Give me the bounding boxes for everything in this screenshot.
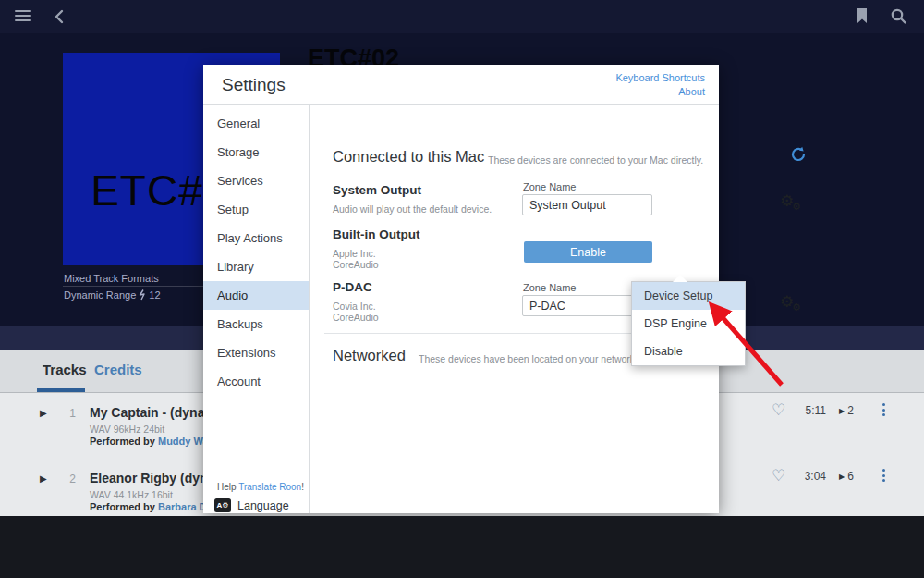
device-name-pdac: P-DAC — [333, 280, 372, 294]
menu-item-dsp-engine[interactable]: DSP Engine — [632, 310, 745, 338]
translate-help-text: Help Translate Roon! — [217, 482, 304, 492]
sidebar-item-services[interactable]: Services — [203, 166, 309, 195]
track-number: 1 — [61, 407, 76, 420]
device-settings-gear-icon[interactable]: ⚙⚙ — [780, 294, 804, 318]
play-count: ▶2 — [839, 404, 854, 417]
sidebar-item-storage[interactable]: Storage — [203, 138, 309, 166]
hamburger-menu-icon[interactable] — [15, 10, 31, 23]
sidebar-item-setup[interactable]: Setup — [203, 195, 309, 224]
track-format: WAV 96kHz 24bit — [90, 424, 164, 435]
device-driver-pdac: CoreAudio — [333, 312, 379, 323]
kebab-menu-icon[interactable] — [881, 467, 887, 484]
device-desc-system-output: Audio will play out the default device. — [333, 203, 492, 215]
about-link[interactable]: About — [615, 85, 705, 99]
device-driver-builtin: CoreAudio — [333, 259, 379, 270]
section-subtitle-networked: These devices have been located on your … — [419, 353, 638, 364]
tab-active-underline — [37, 388, 85, 392]
refresh-icon[interactable] — [789, 145, 808, 167]
sidebar-item-library[interactable]: Library — [203, 252, 309, 281]
sidebar-item-general[interactable]: General — [203, 109, 309, 138]
play-count: ▶6 — [839, 470, 854, 483]
language-icon: A⚙ — [214, 498, 231, 512]
play-count-value: 6 — [847, 470, 854, 483]
top-bar — [0, 0, 924, 33]
heart-icon[interactable]: ♡ — [772, 402, 785, 418]
track-duration: 3:04 — [795, 470, 826, 483]
sidebar-item-audio[interactable]: Audio — [203, 281, 309, 310]
zone-name-label: Zone Name — [523, 282, 576, 293]
context-menu-caret — [673, 275, 687, 282]
sidebar-item-extensions[interactable]: Extensions — [203, 338, 309, 367]
zone-name-input[interactable] — [522, 194, 652, 215]
track-duration: 5:11 — [795, 404, 826, 417]
tab-credits[interactable]: Credits — [94, 362, 142, 377]
settings-sidebar: General Storage Services Setup Play Acti… — [203, 105, 310, 513]
dynamic-range-label: Dynamic Range — [64, 289, 136, 301]
tab-tracks[interactable]: Tracks — [43, 362, 87, 377]
dynamic-range-icon — [139, 289, 146, 301]
translate-roon-link[interactable]: Translate Roon — [238, 482, 301, 492]
sidebar-item-account[interactable]: Account — [203, 367, 309, 396]
sidebar-item-backups[interactable]: Backups — [203, 310, 309, 338]
menu-item-disable[interactable]: Disable — [632, 338, 745, 365]
track-play-icon[interactable]: ▶ — [40, 408, 47, 418]
menu-item-device-setup[interactable]: Device Setup — [632, 282, 745, 310]
dynamic-range-value: 12 — [149, 289, 160, 301]
heart-icon[interactable]: ♡ — [772, 468, 785, 484]
kebab-menu-icon[interactable] — [881, 401, 887, 418]
sidebar-item-play-actions[interactable]: Play Actions — [203, 224, 309, 252]
device-name-builtin: Built-in Output — [333, 228, 419, 241]
enable-button[interactable]: Enable — [524, 241, 652, 263]
album-format-label: Mixed Track Formats — [64, 273, 159, 284]
search-icon[interactable] — [890, 7, 908, 26]
performed-by-label: Performed by — [90, 436, 158, 447]
bookmark-icon[interactable] — [855, 7, 873, 26]
device-settings-gear-icon[interactable]: ⚙⚙ — [780, 193, 804, 217]
play-count-icon: ▶ — [839, 473, 845, 481]
device-vendor-pdac: Covia Inc. — [333, 301, 376, 312]
player-bar: I Won't Be Back (dynamic transient - spe… — [0, 516, 924, 578]
section-title-networked: Networked — [333, 347, 406, 364]
device-name-system-output: System Output — [333, 183, 421, 197]
play-count-value: 2 — [847, 404, 854, 417]
language-row: A⚙ Language — [214, 498, 289, 512]
track-format: WAV 44.1kHz 16bit — [90, 489, 173, 500]
back-icon[interactable] — [52, 8, 68, 25]
play-count-icon: ▶ — [839, 407, 845, 415]
album-dynamic-range: Dynamic Range 12 — [64, 289, 161, 301]
section-title-connected: Connected to this Mac — [333, 148, 484, 166]
device-context-menu: Device Setup DSP Engine Disable — [631, 281, 746, 366]
language-label: Language — [237, 499, 289, 512]
settings-header: Settings Keyboard Shortcuts About — [203, 65, 719, 105]
settings-title: Settings — [222, 75, 286, 95]
performed-by-label: Performed by — [90, 501, 158, 512]
device-vendor-builtin: Apple Inc. — [333, 248, 376, 259]
zone-name-label: Zone Name — [523, 181, 576, 192]
track-number: 2 — [61, 473, 76, 486]
section-subtitle-connected: These devices are connected to your Mac … — [488, 154, 703, 166]
keyboard-shortcuts-link[interactable]: Keyboard Shortcuts — [615, 71, 705, 85]
track-play-icon[interactable]: ▶ — [40, 473, 47, 484]
